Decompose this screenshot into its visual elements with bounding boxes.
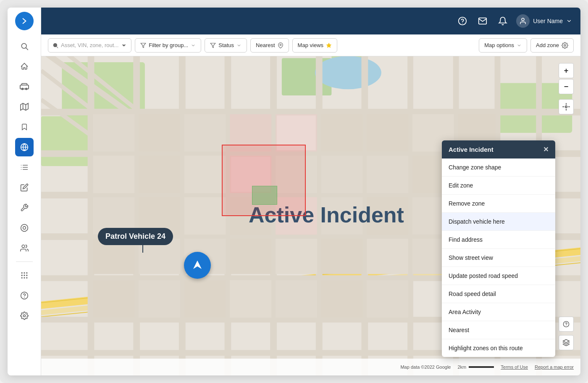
- sidebar-item-globe[interactable]: [15, 138, 34, 156]
- map-layers-button[interactable]: [559, 335, 574, 350]
- svg-marker-37: [210, 43, 215, 48]
- sidebar: [8, 8, 41, 375]
- map-options-label: Map options: [484, 42, 514, 48]
- sidebar-item-map[interactable]: [15, 98, 34, 116]
- context-menu-item[interactable]: Update posted road speed: [442, 267, 555, 285]
- sidebar-item-list[interactable]: [15, 158, 34, 177]
- status-button[interactable]: Status: [205, 38, 247, 53]
- sidebar-item-filter[interactable]: [15, 219, 34, 237]
- sidebar-expand-button[interactable]: [15, 12, 34, 30]
- user-avatar: [516, 14, 530, 28]
- sidebar-item-bookmark[interactable]: [15, 118, 34, 136]
- svg-point-113: [565, 106, 567, 108]
- map-control-spacer: [559, 95, 574, 98]
- mail-icon[interactable]: [476, 14, 489, 28]
- report-label[interactable]: Report a map error: [535, 365, 574, 370]
- incident-zone-inner: [252, 186, 277, 205]
- svg-rect-83: [321, 156, 363, 193]
- context-menu-item[interactable]: Dispatch vehicle here: [442, 213, 555, 231]
- context-menu-header: Active Incident ✕: [442, 140, 555, 158]
- toolbar-right: Map options Add zone: [479, 38, 574, 53]
- context-menu-item[interactable]: Area Activity: [442, 303, 555, 321]
- vehicle-marker[interactable]: [184, 252, 211, 279]
- sidebar-item-edit[interactable]: [15, 178, 34, 197]
- sidebar-item-search[interactable]: [15, 37, 34, 55]
- context-menu-item[interactable]: Road speed detail: [442, 285, 555, 303]
- svg-rect-70: [93, 156, 134, 193]
- main-area: User Name Asset, VIN, zone, rout... Filt…: [41, 8, 580, 375]
- svg-rect-97: [321, 114, 363, 152]
- scale-bar: 2km: [457, 365, 494, 370]
- sidebar-item-help[interactable]: [15, 286, 34, 305]
- incident-zone: [222, 145, 306, 216]
- app-container: User Name Asset, VIN, zone, rout... Filt…: [8, 8, 580, 375]
- svg-rect-106: [321, 280, 363, 318]
- svg-point-25: [21, 277, 22, 278]
- user-menu[interactable]: User Name: [516, 14, 572, 28]
- svg-point-20: [24, 272, 25, 273]
- help-icon[interactable]: [456, 14, 469, 28]
- svg-point-30: [23, 315, 25, 317]
- svg-point-33: [522, 18, 524, 21]
- sidebar-item-vehicles[interactable]: [15, 77, 34, 96]
- svg-rect-95: [321, 239, 363, 274]
- zoom-out-button[interactable]: −: [559, 79, 574, 94]
- svg-point-17: [23, 227, 26, 230]
- asset-search-select[interactable]: Asset, VIN, zone, rout...: [48, 38, 131, 53]
- context-menu-item[interactable]: Find address: [442, 231, 555, 249]
- sidebar-item-wrench[interactable]: [15, 198, 34, 217]
- svg-rect-100: [276, 239, 317, 274]
- svg-rect-107: [367, 280, 408, 318]
- context-menu: Active Incident ✕ Change zone shapeEdit …: [442, 140, 555, 357]
- map-views-button[interactable]: Map views: [292, 38, 337, 53]
- svg-point-19: [21, 272, 22, 273]
- svg-rect-69: [139, 114, 180, 152]
- sidebar-item-users[interactable]: [15, 239, 34, 257]
- svg-rect-102: [139, 280, 180, 318]
- map-data-label: Map data ©2022 Google: [400, 365, 451, 370]
- terms-label[interactable]: Terms of Use: [501, 365, 528, 370]
- svg-rect-72: [184, 114, 226, 152]
- svg-marker-116: [563, 340, 570, 343]
- context-menu-item[interactable]: Remove zone: [442, 195, 555, 213]
- bell-icon[interactable]: [496, 14, 509, 28]
- svg-rect-99: [230, 239, 271, 274]
- svg-marker-112: [193, 261, 202, 269]
- svg-rect-68: [93, 114, 134, 152]
- svg-point-40: [564, 45, 566, 46]
- sidebar-item-home[interactable]: [15, 57, 34, 76]
- map-views-label: Map views: [298, 42, 323, 48]
- map-footer: Map data ©2022 Google 2km Terms of Use R…: [41, 359, 580, 375]
- svg-rect-96: [321, 197, 363, 235]
- context-menu-close-button[interactable]: ✕: [543, 145, 549, 153]
- svg-rect-74: [184, 156, 226, 193]
- svg-point-22: [21, 275, 22, 276]
- svg-rect-104: [230, 280, 271, 318]
- context-menu-item[interactable]: Edit zone: [442, 177, 555, 195]
- vehicle-tooltip: Patrol Vehicle 24: [98, 228, 173, 245]
- nearest-button[interactable]: Nearest: [250, 38, 289, 53]
- map-options-button[interactable]: Map options: [479, 38, 527, 53]
- sidebar-item-grid[interactable]: [15, 266, 34, 285]
- svg-marker-5: [20, 103, 28, 111]
- svg-rect-105: [276, 280, 317, 318]
- svg-point-26: [24, 277, 25, 278]
- context-menu-item[interactable]: Highlight zones on this route: [442, 339, 555, 357]
- context-menu-item[interactable]: Nearest: [442, 321, 555, 339]
- nearest-label: Nearest: [256, 42, 275, 48]
- username-label: User Name: [533, 18, 563, 24]
- svg-rect-90: [367, 197, 408, 235]
- sidebar-item-settings[interactable]: [15, 306, 34, 325]
- filter-by-group-button[interactable]: Filter by group...: [135, 38, 201, 53]
- scale-line: [469, 366, 494, 368]
- map-help-button[interactable]: [559, 317, 574, 332]
- scale-label: 2km: [457, 365, 466, 370]
- map-container[interactable]: Active Incident Patrol Vehicle 24 + −: [41, 56, 580, 375]
- context-menu-item[interactable]: Show street view: [442, 249, 555, 267]
- context-menu-item[interactable]: Change zone shape: [442, 158, 555, 177]
- add-zone-button[interactable]: Add zone: [530, 38, 574, 53]
- location-button[interactable]: [559, 99, 574, 114]
- svg-point-21: [26, 272, 27, 273]
- zoom-in-button[interactable]: +: [559, 63, 574, 78]
- svg-line-1: [26, 48, 28, 50]
